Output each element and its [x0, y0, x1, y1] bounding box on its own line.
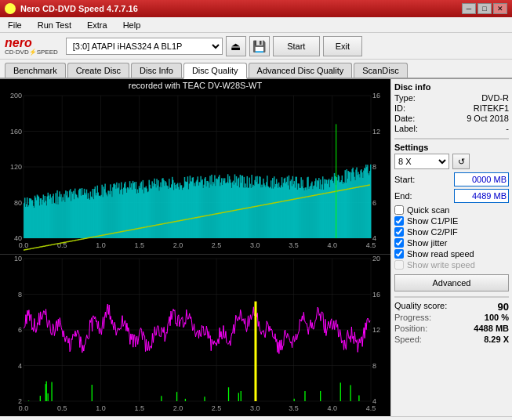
tab-scandisc[interactable]: ScanDisc: [354, 63, 407, 78]
upper-chart: [0, 92, 390, 255]
start-row: Start:: [394, 172, 509, 186]
main-content: recorded with TEAC DV-W28S-WT Disc info …: [0, 79, 512, 416]
speed-label-bottom: Speed:: [394, 335, 422, 344]
advanced-button[interactable]: Advanced: [394, 274, 509, 291]
quality-score-label: Quality score:: [394, 301, 447, 313]
show-jitter-row: Show jitter: [394, 238, 509, 248]
menu-bar: File Run Test Extra Help: [0, 17, 512, 33]
right-panel: Disc info Type: DVD-R ID: RITEKF1 Date: …: [390, 79, 512, 416]
toolbar: nero CD·DVD⚡SPEED [3:0] ATAPI iHAS324 A …: [0, 33, 512, 60]
title-bar: Nero CD-DVD Speed 4.7.7.16 ─ □ ✕: [0, 0, 512, 17]
stats-bar: PI Errors Average: 58.14 Maximum: 156 To…: [0, 416, 512, 420]
tab-create-disc[interactable]: Create Disc: [67, 63, 129, 78]
chart-title: recorded with TEAC DV-W28S-WT: [0, 79, 390, 92]
progress-value: 100 %: [485, 313, 509, 322]
disc-date-value: 9 Oct 2018: [467, 114, 509, 123]
close-button[interactable]: ✕: [493, 3, 507, 14]
position-label: Position:: [394, 324, 427, 333]
window-controls[interactable]: ─ □ ✕: [462, 3, 507, 14]
menu-help[interactable]: Help: [118, 20, 146, 31]
divider-1: [394, 138, 509, 139]
tab-bar: Benchmark Create Disc Disc Info Disc Qua…: [0, 60, 512, 79]
speed-select[interactable]: 8 X: [394, 154, 449, 169]
speed-row: 8 X ↺: [394, 154, 509, 169]
disc-info-label: Disc info: [394, 82, 509, 92]
tab-benchmark[interactable]: Benchmark: [5, 63, 66, 78]
show-write-row: Show write speed: [394, 260, 509, 270]
quality-score-row: Quality score: 90: [394, 301, 509, 313]
disc-type-row: Type: DVD-R: [394, 93, 509, 103]
disc-label-label: Label:: [394, 124, 418, 133]
lower-canvas: [0, 255, 390, 417]
start-input[interactable]: [454, 172, 509, 186]
progress-label: Progress:: [394, 313, 431, 322]
settings-label: Settings: [394, 143, 509, 152]
nero-logo: nero CD·DVD⚡SPEED: [5, 37, 58, 56]
show-jitter-checkbox[interactable]: [394, 238, 404, 248]
drive-select[interactable]: [3:0] ATAPI iHAS324 A BL1P: [66, 38, 223, 55]
disc-label-value: -: [506, 124, 509, 133]
position-row: Position: 4488 MB: [394, 324, 509, 333]
progress-row: Progress: 100 %: [394, 313, 509, 322]
upper-canvas: [0, 92, 390, 254]
show-read-label: Show read speed: [407, 249, 474, 259]
start-button[interactable]: Start: [273, 36, 320, 56]
eject-button[interactable]: ⏏: [226, 36, 246, 56]
chart-area: recorded with TEAC DV-W28S-WT: [0, 79, 390, 416]
show-c1-row: Show C1/PIE: [394, 216, 509, 226]
disc-info-section: Disc info Type: DVD-R ID: RITEKF1 Date: …: [394, 82, 509, 133]
speed-refresh-button[interactable]: ↺: [452, 154, 470, 169]
show-read-checkbox[interactable]: [394, 249, 404, 259]
disc-id-label: ID:: [394, 103, 405, 113]
disc-type-label: Type:: [394, 93, 416, 103]
minimize-button[interactable]: ─: [462, 3, 476, 14]
disc-id-value: RITEKF1: [474, 103, 509, 113]
disc-date-label: Date:: [394, 114, 415, 123]
exit-button[interactable]: Exit: [323, 36, 362, 56]
disc-id-row: ID: RITEKF1: [394, 103, 509, 113]
show-c2-row: Show C2/PIF: [394, 227, 509, 237]
disc-date-row: Date: 9 Oct 2018: [394, 114, 509, 123]
menu-extra[interactable]: Extra: [82, 20, 112, 31]
show-write-label: Show write speed: [407, 260, 475, 270]
show-jitter-label: Show jitter: [407, 238, 447, 248]
tab-advanced-disc-quality[interactable]: Advanced Disc Quality: [249, 63, 353, 78]
quality-score-value: 90: [498, 301, 509, 313]
end-label: End:: [394, 191, 412, 201]
show-c1-label: Show C1/PIE: [407, 216, 458, 226]
end-row: End:: [394, 189, 509, 203]
show-c2-checkbox[interactable]: [394, 227, 404, 237]
quick-scan-row: Quick scan: [394, 205, 509, 215]
menu-run-test[interactable]: Run Test: [33, 20, 76, 31]
speed-value-bottom: 8.29 X: [484, 335, 509, 344]
divider-2: [394, 296, 509, 298]
show-write-checkbox[interactable]: [394, 260, 404, 270]
show-read-row: Show read speed: [394, 249, 509, 259]
disc-type-value: DVD-R: [481, 93, 509, 103]
position-value: 4488 MB: [474, 324, 509, 333]
quick-scan-checkbox[interactable]: [394, 205, 404, 215]
maximize-button[interactable]: □: [478, 3, 492, 14]
disc-label-row: Label: -: [394, 124, 509, 133]
save-button[interactable]: 💾: [249, 36, 270, 56]
start-label: Start:: [394, 175, 415, 184]
show-c1-checkbox[interactable]: [394, 216, 404, 226]
settings-section: Settings 8 X ↺ Start: End: Quick scan: [394, 143, 509, 291]
tab-disc-quality[interactable]: Disc Quality: [183, 63, 247, 79]
app-title: Nero CD-DVD Speed 4.7.7.16: [20, 4, 138, 13]
lower-chart: [0, 255, 390, 417]
end-input[interactable]: [454, 189, 509, 203]
tab-disc-info[interactable]: Disc Info: [131, 63, 182, 78]
menu-file[interactable]: File: [3, 20, 27, 31]
speed-row-bottom: Speed: 8.29 X: [394, 335, 509, 344]
quick-scan-label: Quick scan: [407, 205, 449, 215]
app-icon: [5, 3, 16, 14]
show-c2-label: Show C2/PIF: [407, 227, 458, 237]
